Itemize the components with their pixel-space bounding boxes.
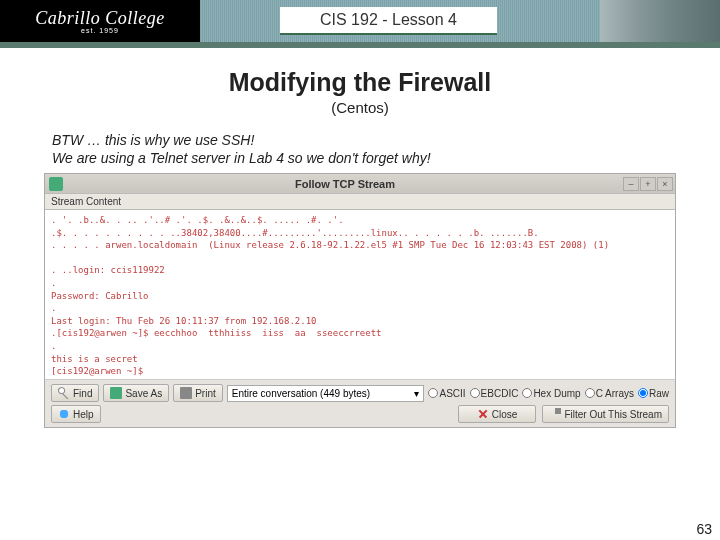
print-icon (180, 387, 192, 399)
slide-header: Cabrillo College est. 1959 CIS 192 - Les… (0, 0, 720, 42)
print-label: Print (195, 388, 216, 399)
save-icon (110, 387, 122, 399)
page-title: Modifying the Firewall (28, 68, 692, 97)
dropdown-text: Entire conversation (449 bytes) (232, 388, 370, 399)
radio-raw[interactable]: Raw (638, 388, 669, 399)
save-as-label: Save As (125, 388, 162, 399)
find-icon (58, 387, 70, 399)
filter-icon (549, 408, 561, 420)
radio-carrays[interactable]: C Arrays (585, 388, 634, 399)
slide-body: Modifying the Firewall (Centos) BTW … th… (0, 48, 720, 428)
format-radio-group: ASCII EBCDIC Hex Dump C Arrays Raw (428, 388, 669, 399)
window-footer: Find Save As Print Entire conversation (… (45, 380, 675, 427)
note-line-1: BTW … this is why we use SSH! (52, 132, 692, 150)
radio-ascii[interactable]: ASCII (428, 388, 465, 399)
conversation-dropdown[interactable]: Entire conversation (449 bytes) ▾ (227, 385, 425, 402)
help-icon (58, 408, 70, 420)
close-icon (477, 408, 489, 420)
stream-text: . '. .b..&. . .. .'..# .'. .$. .&..&..$.… (51, 215, 609, 376)
help-label: Help (73, 409, 94, 420)
window-titlebar: Follow TCP Stream – + × (45, 174, 675, 194)
header-photo (600, 0, 720, 42)
wireshark-window: Follow TCP Stream – + × Stream Content .… (44, 173, 676, 428)
button-row-2: Help Close Filter Out This Stream (51, 405, 669, 423)
button-row-1: Find Save As Print Entire conversation (… (51, 384, 669, 402)
save-as-button[interactable]: Save As (103, 384, 169, 402)
close-button[interactable]: Close (458, 405, 537, 423)
lesson-title-wrap: CIS 192 - Lesson 4 (200, 0, 600, 42)
lesson-title: CIS 192 - Lesson 4 (280, 7, 497, 35)
filter-label: Filter Out This Stream (564, 409, 662, 420)
logo-subtext: est. 1959 (81, 27, 119, 34)
close-window-button[interactable]: × (657, 177, 673, 191)
page-number: 63 (696, 521, 712, 537)
print-button[interactable]: Print (173, 384, 223, 402)
logo-text: Cabrillo College (35, 8, 165, 29)
maximize-button[interactable]: + (640, 177, 656, 191)
page-subtitle: (Centos) (28, 99, 692, 116)
find-label: Find (73, 388, 92, 399)
minimize-button[interactable]: – (623, 177, 639, 191)
help-button[interactable]: Help (51, 405, 101, 423)
stream-content-label: Stream Content (45, 194, 675, 210)
stream-content: . '. .b..&. . .. .'..# .'. .$. .&..&..$.… (45, 210, 675, 380)
note-block: BTW … this is why we use SSH! We are usi… (52, 132, 692, 167)
radio-hex[interactable]: Hex Dump (522, 388, 580, 399)
radio-ebcdic[interactable]: EBCDIC (470, 388, 519, 399)
filter-button[interactable]: Filter Out This Stream (542, 405, 669, 423)
close-label: Close (492, 409, 518, 420)
college-logo: Cabrillo College est. 1959 (0, 0, 200, 42)
find-button[interactable]: Find (51, 384, 99, 402)
note-line-2: We are using a Telnet server in Lab 4 so… (52, 150, 692, 168)
app-icon (49, 177, 63, 191)
chevron-down-icon: ▾ (414, 388, 419, 399)
window-controls: – + × (623, 177, 673, 191)
window-title: Follow TCP Stream (67, 178, 623, 190)
